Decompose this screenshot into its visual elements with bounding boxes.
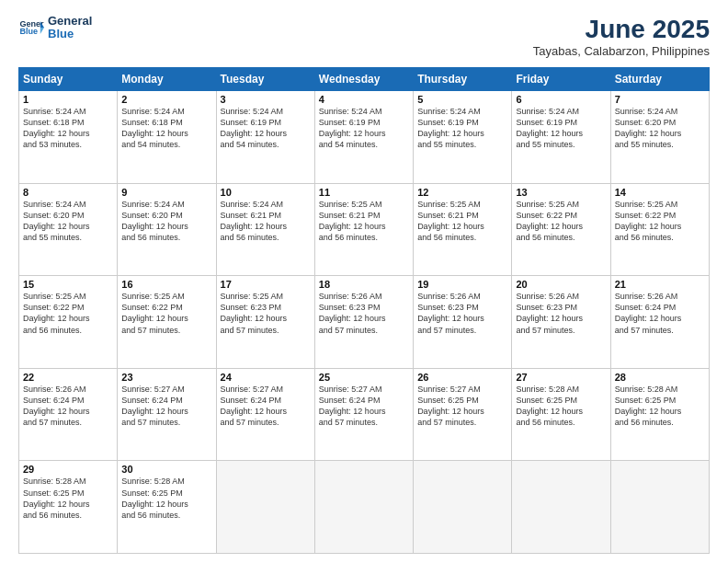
day-number: 13 (516, 187, 606, 198)
calendar-cell: 6Sunrise: 5:24 AMSunset: 6:19 PMDaylight… (512, 91, 610, 184)
svg-marker-3 (40, 28, 44, 34)
col-header-monday: Monday (118, 68, 216, 91)
day-info: Sunrise: 5:25 AMSunset: 6:22 PMDaylight:… (121, 291, 211, 336)
logo-line1: General (48, 15, 92, 28)
day-number: 22 (23, 372, 113, 383)
title-block: June 2025 Tayabas, Calabarzon, Philippin… (533, 15, 710, 58)
day-info: Sunrise: 5:28 AMSunset: 6:25 PMDaylight:… (615, 384, 705, 429)
day-number: 7 (615, 94, 705, 105)
day-info: Sunrise: 5:26 AMSunset: 6:23 PMDaylight:… (417, 291, 507, 336)
day-info: Sunrise: 5:27 AMSunset: 6:24 PMDaylight:… (121, 384, 211, 429)
col-header-sunday: Sunday (19, 68, 118, 91)
calendar-cell: 5Sunrise: 5:24 AMSunset: 6:19 PMDaylight… (414, 91, 512, 184)
day-info: Sunrise: 5:28 AMSunset: 6:25 PMDaylight:… (23, 476, 113, 521)
calendar-cell: 24Sunrise: 5:27 AMSunset: 6:24 PMDayligh… (216, 368, 314, 461)
calendar-cell (314, 461, 413, 554)
calendar-cell (512, 461, 610, 554)
calendar-week-2: 8Sunrise: 5:24 AMSunset: 6:20 PMDaylight… (19, 183, 710, 276)
calendar-week-4: 22Sunrise: 5:26 AMSunset: 6:24 PMDayligh… (19, 368, 710, 461)
day-number: 20 (516, 279, 606, 290)
day-info: Sunrise: 5:24 AMSunset: 6:19 PMDaylight:… (221, 106, 311, 151)
calendar-cell: 8Sunrise: 5:24 AMSunset: 6:20 PMDaylight… (19, 183, 118, 276)
day-info: Sunrise: 5:26 AMSunset: 6:24 PMDaylight:… (615, 291, 705, 336)
calendar-cell: 23Sunrise: 5:27 AMSunset: 6:24 PMDayligh… (118, 368, 216, 461)
day-info: Sunrise: 5:24 AMSunset: 6:19 PMDaylight:… (319, 106, 409, 151)
day-info: Sunrise: 5:24 AMSunset: 6:19 PMDaylight:… (516, 106, 606, 151)
calendar-cell: 28Sunrise: 5:28 AMSunset: 6:25 PMDayligh… (610, 368, 709, 461)
day-number: 30 (121, 464, 211, 475)
calendar-cell: 2Sunrise: 5:24 AMSunset: 6:18 PMDaylight… (118, 91, 216, 184)
calendar-cell: 15Sunrise: 5:25 AMSunset: 6:22 PMDayligh… (19, 276, 118, 369)
day-number: 11 (319, 187, 409, 198)
day-number: 15 (23, 279, 113, 290)
day-number: 9 (121, 187, 211, 198)
calendar-table: SundayMondayTuesdayWednesdayThursdayFrid… (18, 67, 710, 554)
calendar-cell: 22Sunrise: 5:26 AMSunset: 6:24 PMDayligh… (19, 368, 118, 461)
calendar-cell: 11Sunrise: 5:25 AMSunset: 6:21 PMDayligh… (314, 183, 413, 276)
col-header-friday: Friday (512, 68, 610, 91)
day-info: Sunrise: 5:24 AMSunset: 6:18 PMDaylight:… (23, 106, 113, 151)
day-info: Sunrise: 5:26 AMSunset: 6:24 PMDaylight:… (23, 384, 113, 429)
logo: General Blue General Blue (18, 15, 92, 41)
calendar-cell: 26Sunrise: 5:27 AMSunset: 6:25 PMDayligh… (414, 368, 512, 461)
calendar-cell: 18Sunrise: 5:26 AMSunset: 6:23 PMDayligh… (314, 276, 413, 369)
day-info: Sunrise: 5:26 AMSunset: 6:23 PMDaylight:… (319, 291, 409, 336)
calendar-cell: 9Sunrise: 5:24 AMSunset: 6:20 PMDaylight… (118, 183, 216, 276)
day-info: Sunrise: 5:25 AMSunset: 6:23 PMDaylight:… (221, 291, 311, 336)
day-number: 26 (417, 372, 507, 383)
calendar-cell (216, 461, 314, 554)
logo-icon: General Blue (18, 15, 44, 40)
calendar-week-1: 1Sunrise: 5:24 AMSunset: 6:18 PMDaylight… (19, 91, 710, 184)
calendar-cell: 14Sunrise: 5:25 AMSunset: 6:22 PMDayligh… (610, 183, 709, 276)
calendar-cell: 13Sunrise: 5:25 AMSunset: 6:22 PMDayligh… (512, 183, 610, 276)
logo-line2: Blue (48, 28, 92, 40)
col-header-saturday: Saturday (610, 68, 709, 91)
day-number: 27 (516, 372, 606, 383)
day-number: 4 (319, 94, 409, 105)
day-number: 8 (23, 187, 113, 198)
day-info: Sunrise: 5:25 AMSunset: 6:22 PMDaylight:… (23, 291, 113, 336)
day-info: Sunrise: 5:27 AMSunset: 6:24 PMDaylight:… (221, 384, 311, 429)
day-info: Sunrise: 5:24 AMSunset: 6:19 PMDaylight:… (417, 106, 507, 151)
day-number: 3 (221, 94, 311, 105)
day-number: 24 (221, 372, 311, 383)
day-number: 10 (221, 187, 311, 198)
day-number: 29 (23, 464, 113, 475)
calendar-cell: 7Sunrise: 5:24 AMSunset: 6:20 PMDaylight… (610, 91, 709, 184)
calendar-cell (610, 461, 709, 554)
day-info: Sunrise: 5:25 AMSunset: 6:21 PMDaylight:… (417, 199, 507, 244)
calendar-cell: 4Sunrise: 5:24 AMSunset: 6:19 PMDaylight… (314, 91, 413, 184)
calendar-cell: 27Sunrise: 5:28 AMSunset: 6:25 PMDayligh… (512, 368, 610, 461)
day-info: Sunrise: 5:28 AMSunset: 6:25 PMDaylight:… (516, 384, 606, 429)
calendar-cell: 3Sunrise: 5:24 AMSunset: 6:19 PMDaylight… (216, 91, 314, 184)
col-header-wednesday: Wednesday (314, 68, 413, 91)
calendar-cell: 30Sunrise: 5:28 AMSunset: 6:25 PMDayligh… (118, 461, 216, 554)
col-header-tuesday: Tuesday (216, 68, 314, 91)
main-title: June 2025 (533, 15, 710, 44)
day-number: 21 (615, 279, 705, 290)
day-info: Sunrise: 5:24 AMSunset: 6:20 PMDaylight:… (23, 199, 113, 244)
day-number: 23 (121, 372, 211, 383)
calendar-week-3: 15Sunrise: 5:25 AMSunset: 6:22 PMDayligh… (19, 276, 710, 369)
calendar-cell: 12Sunrise: 5:25 AMSunset: 6:21 PMDayligh… (414, 183, 512, 276)
day-number: 2 (121, 94, 211, 105)
calendar-header-row: SundayMondayTuesdayWednesdayThursdayFrid… (19, 68, 710, 91)
page: General Blue General Blue June 2025 Taya… (0, 0, 728, 563)
day-info: Sunrise: 5:25 AMSunset: 6:22 PMDaylight:… (516, 199, 606, 244)
day-number: 12 (417, 187, 507, 198)
calendar-cell: 25Sunrise: 5:27 AMSunset: 6:24 PMDayligh… (314, 368, 413, 461)
calendar-cell: 17Sunrise: 5:25 AMSunset: 6:23 PMDayligh… (216, 276, 314, 369)
calendar-cell: 10Sunrise: 5:24 AMSunset: 6:21 PMDayligh… (216, 183, 314, 276)
col-header-thursday: Thursday (414, 68, 512, 91)
calendar-cell: 29Sunrise: 5:28 AMSunset: 6:25 PMDayligh… (19, 461, 118, 554)
header: General Blue General Blue June 2025 Taya… (18, 15, 710, 58)
day-info: Sunrise: 5:27 AMSunset: 6:24 PMDaylight:… (319, 384, 409, 429)
day-number: 16 (121, 279, 211, 290)
day-number: 5 (417, 94, 507, 105)
calendar-week-5: 29Sunrise: 5:28 AMSunset: 6:25 PMDayligh… (19, 461, 710, 554)
day-info: Sunrise: 5:24 AMSunset: 6:20 PMDaylight:… (121, 199, 211, 244)
calendar-cell: 21Sunrise: 5:26 AMSunset: 6:24 PMDayligh… (610, 276, 709, 369)
day-info: Sunrise: 5:25 AMSunset: 6:22 PMDaylight:… (615, 199, 705, 244)
day-info: Sunrise: 5:25 AMSunset: 6:21 PMDaylight:… (319, 199, 409, 244)
day-info: Sunrise: 5:28 AMSunset: 6:25 PMDaylight:… (121, 476, 211, 521)
